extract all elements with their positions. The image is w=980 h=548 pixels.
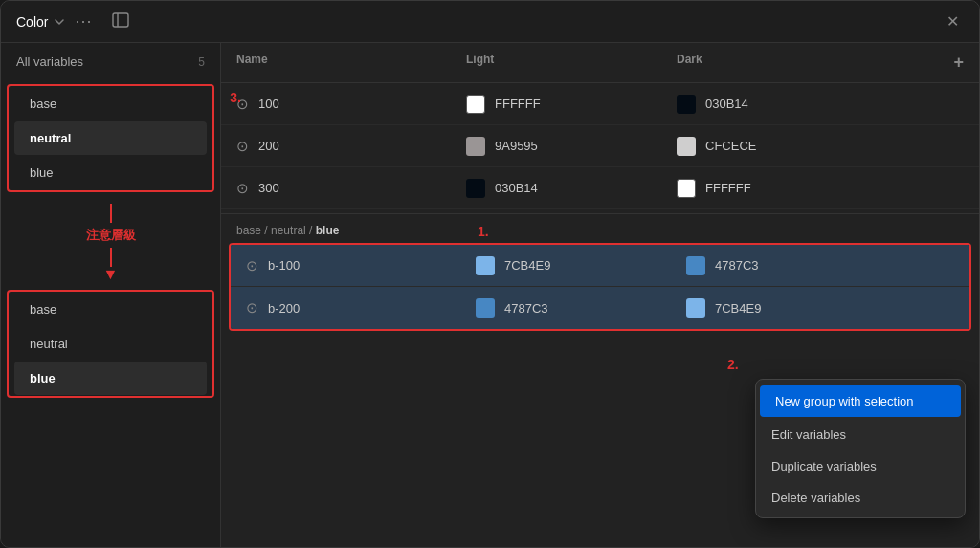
- light-swatch-b200: [476, 298, 495, 318]
- sidebar-item-blue[interactable]: blue: [14, 156, 207, 189]
- context-menu-duplicate-variables[interactable]: Duplicate variables: [756, 450, 965, 482]
- svg-rect-0: [113, 13, 128, 27]
- annotation-1: 1.: [478, 224, 489, 239]
- context-menu-delete-variables[interactable]: Delete variables: [756, 482, 965, 514]
- sidebar-top-group: base neutral blue: [7, 84, 214, 192]
- sidebar-item-neutral2[interactable]: neutral: [14, 327, 207, 361]
- dark-swatch-b200: [686, 298, 705, 318]
- color-wheel-icon: ⊙: [246, 299, 258, 317]
- sidebar-item-base[interactable]: base: [14, 87, 207, 121]
- title-dropdown[interactable]: Color: [16, 14, 65, 30]
- breadcrumb: base / neutral / blue: [221, 213, 979, 243]
- light-swatch-200: [466, 137, 485, 156]
- color-wheel-icon: ⊙: [236, 180, 249, 197]
- dark-swatch-b100: [686, 256, 705, 275]
- add-variable-button[interactable]: +: [935, 53, 964, 73]
- light-swatch-100: [466, 95, 485, 114]
- table-row[interactable]: ⊙ 300 030B14 FFFFFF: [221, 167, 979, 209]
- close-button[interactable]: ✕: [941, 11, 964, 33]
- context-menu-new-group[interactable]: New group with selection: [760, 385, 961, 417]
- annotation-2: 2.: [727, 357, 739, 372]
- table-row[interactable]: ⊙ 200 9A9595 CFCECE: [221, 125, 979, 167]
- context-menu: 2. New group with selection Edit variabl…: [755, 379, 966, 518]
- color-wheel-icon: ⊙: [236, 138, 249, 155]
- sidebar: All variables 5 base neutral blue 3.: [1, 43, 221, 547]
- annotation-3: 3.: [230, 90, 241, 105]
- more-options-button[interactable]: ···: [75, 11, 92, 32]
- selected-rows-group: ⊙ b-100 7CB4E9 4787C3: [229, 243, 971, 331]
- chevron-down-icon: [54, 16, 65, 28]
- sidebar-item-base2[interactable]: base: [14, 293, 207, 326]
- panel-icon[interactable]: [111, 11, 130, 33]
- main-window: Color ··· ✕ All variables 5: [0, 0, 980, 548]
- sidebar-all-variables: All variables: [16, 55, 83, 69]
- dark-swatch-200: [677, 137, 696, 156]
- table-row-b100[interactable]: ⊙ b-100 7CB4E9 4787C3: [231, 245, 969, 287]
- main-layout: All variables 5 base neutral blue 3.: [1, 43, 979, 547]
- light-swatch-b100: [476, 256, 495, 275]
- dark-swatch-100: [677, 95, 696, 114]
- context-menu-edit-variables[interactable]: Edit variables: [756, 419, 965, 450]
- dark-swatch-300: [677, 179, 696, 198]
- sidebar-item-neutral[interactable]: neutral: [14, 121, 207, 155]
- col-name-header: Name: [236, 53, 466, 73]
- table-row-b200[interactable]: ⊙ b-200 4787C3 7CB4E9: [231, 287, 969, 329]
- title-bar: Color ··· ✕: [1, 1, 979, 43]
- col-dark-header: Dark: [677, 53, 935, 73]
- col-light-header: Light: [466, 53, 677, 73]
- sidebar-count: 5: [198, 55, 205, 69]
- content-area: Name Light Dark + ⊙ 100 FFFFFF 030B14: [221, 43, 979, 547]
- sidebar-header: All variables 5: [1, 43, 220, 80]
- annotation-hierarchy: 注意層級: [86, 227, 136, 244]
- sidebar-bottom-group: base neutral blue: [7, 290, 214, 398]
- table-header: Name Light Dark +: [221, 43, 979, 83]
- color-wheel-icon: ⊙: [246, 257, 258, 274]
- light-swatch-300: [466, 179, 485, 198]
- title-text: Color: [16, 14, 48, 30]
- table-row[interactable]: ⊙ 100 FFFFFF 030B14: [221, 83, 979, 125]
- sidebar-item-blue2[interactable]: blue: [14, 362, 207, 395]
